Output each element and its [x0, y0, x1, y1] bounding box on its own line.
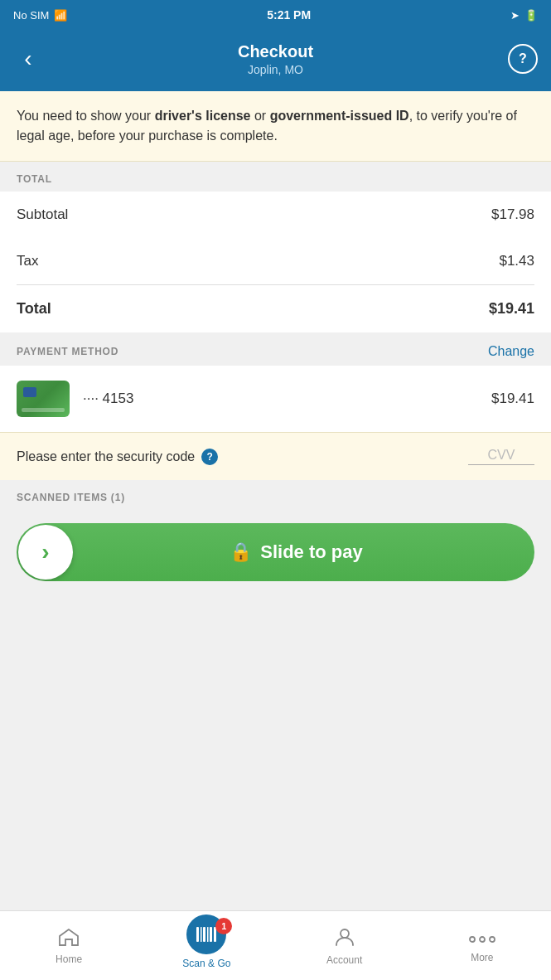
svg-rect-0 — [196, 927, 199, 942]
alert-text-bold1: driver's license — [155, 109, 251, 123]
cvv-section: Please enter the security code ? CVV — [0, 432, 551, 480]
subtotal-value: $17.98 — [491, 206, 534, 223]
scanned-items-label: SCANNED ITEMS (1) — [0, 480, 551, 510]
card-charge-amount: $19.41 — [491, 391, 534, 407]
slide-to-pay-container: › 🔒 Slide to pay — [0, 510, 551, 594]
bottom-nav: Home 1 Scan & Go — [0, 910, 551, 980]
svg-point-6 — [341, 929, 349, 938]
back-button[interactable]: ‹ — [13, 44, 43, 74]
cvv-prompt-text: Please enter the security code — [17, 449, 195, 464]
lock-icon: 🔒 — [230, 541, 252, 563]
nav-item-home[interactable]: Home — [0, 911, 138, 980]
payment-section-label: PAYMENT METHOD Change — [0, 332, 551, 366]
change-payment-button[interactable]: Change — [488, 344, 534, 359]
more-icon — [468, 929, 496, 948]
home-icon — [58, 927, 80, 950]
svg-point-8 — [480, 937, 485, 942]
page-title: Checkout — [238, 42, 313, 61]
battery-icon: 🔋 — [524, 9, 538, 22]
alert-text-normal2: or — [251, 109, 270, 123]
nav-label-home: Home — [56, 953, 82, 965]
status-left: No SIM 📶 — [13, 9, 67, 22]
subtotal-label: Subtotal — [17, 206, 68, 223]
svg-point-9 — [490, 937, 495, 942]
tax-value: $1.43 — [499, 253, 534, 269]
tax-row: Tax $1.43 — [17, 238, 534, 284]
scan-go-badge: 1 — [215, 918, 232, 934]
scan-go-wrapper: 1 Scan & Go — [182, 923, 230, 969]
total-value: $19.41 — [489, 300, 534, 318]
help-icon: ? — [519, 51, 527, 66]
header-subtitle: Joplin, MO — [238, 63, 313, 76]
slide-to-pay-button[interactable]: › 🔒 Slide to pay — [17, 523, 534, 581]
card-mask: ···· 4153 — [83, 391, 478, 407]
total-label-text: TOTAL — [17, 173, 52, 185]
wifi-icon: 📶 — [54, 9, 67, 22]
nav-item-scan-go[interactable]: 1 Scan & Go — [138, 911, 275, 980]
payment-card: ···· 4153 $19.41 Please enter the securi… — [0, 366, 551, 480]
total-section-label: TOTAL — [0, 162, 551, 192]
payment-card-row: ···· 4153 $19.41 — [0, 366, 551, 432]
cvv-help-icon[interactable]: ? — [201, 449, 218, 465]
help-button[interactable]: ? — [508, 44, 538, 74]
alert-text-bold2: government-issued ID — [270, 109, 409, 123]
total-row: Total $19.41 — [17, 285, 534, 332]
slide-circle: › — [18, 525, 73, 580]
tax-label: Tax — [17, 253, 38, 269]
cvv-label-block: Please enter the security code ? — [17, 449, 218, 465]
status-time: 5:21 PM — [267, 8, 311, 22]
cvv-input[interactable]: CVV — [468, 448, 534, 465]
svg-point-7 — [470, 937, 475, 942]
carrier-text: No SIM — [13, 9, 49, 22]
status-bar: No SIM 📶 5:21 PM ➤ 🔋 — [0, 0, 551, 30]
total-label: Total — [17, 300, 51, 318]
subtotal-row: Subtotal $17.98 — [17, 192, 534, 238]
slide-text-block: 🔒 Slide to pay — [75, 541, 534, 563]
credit-card-icon — [17, 381, 70, 417]
svg-rect-3 — [207, 927, 209, 942]
nav-item-account[interactable]: Account — [276, 911, 413, 980]
nav-item-more[interactable]: More — [413, 911, 551, 980]
header: ‹ Checkout Joplin, MO ? — [0, 30, 551, 91]
slide-chevron-icon: › — [41, 539, 49, 565]
slide-label: Slide to pay — [260, 541, 362, 563]
alert-banner: You need to show your driver's license o… — [0, 91, 551, 162]
account-icon — [334, 926, 355, 951]
svg-rect-1 — [201, 927, 202, 942]
status-right: ➤ 🔋 — [510, 9, 538, 22]
nav-label-account: Account — [326, 954, 362, 966]
total-card: Subtotal $17.98 Tax $1.43 Total $19.41 — [0, 192, 551, 332]
svg-rect-2 — [203, 927, 205, 942]
header-title-block: Checkout Joplin, MO — [238, 42, 313, 76]
svg-rect-4 — [210, 927, 212, 942]
nav-label-more: More — [471, 952, 493, 963]
back-arrow-icon: ‹ — [24, 47, 31, 70]
nav-label-scan-go: Scan & Go — [182, 958, 230, 969]
cvv-placeholder-text: CVV — [488, 448, 515, 462]
location-icon: ➤ — [510, 9, 520, 22]
alert-text-normal1: You need to show your — [17, 109, 155, 123]
payment-label-text: PAYMENT METHOD — [17, 346, 118, 357]
